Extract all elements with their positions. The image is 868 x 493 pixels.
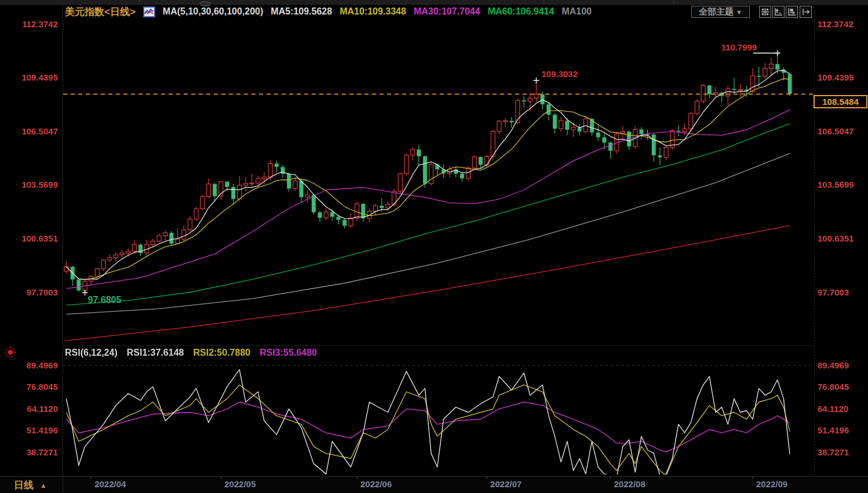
period-label: 日线: [14, 479, 34, 492]
chart-app: 美元指数<日线> MA(5,10,30,60,100,200) MA5:109.…: [0, 0, 868, 493]
chart-canvas[interactable]: [0, 0, 868, 493]
current-price-box: 108.5484: [814, 95, 867, 108]
rsi3-value: RSI3:55.6480: [260, 348, 317, 358]
period-selector[interactable]: 日线 ▲: [14, 479, 47, 492]
rsi-params-label: RSI(6,12,24): [65, 348, 118, 358]
triangle-up-icon: ▲: [40, 481, 47, 490]
rsi1-value: RSI1:37.6148: [127, 348, 184, 358]
rsi-legend: RSI(6,12,24) RSI1:37.6148 RSI2:50.7880 R…: [65, 347, 317, 359]
rsi2-value: RSI2:50.7880: [193, 348, 250, 358]
indicator-alert-icon: [4, 346, 17, 359]
